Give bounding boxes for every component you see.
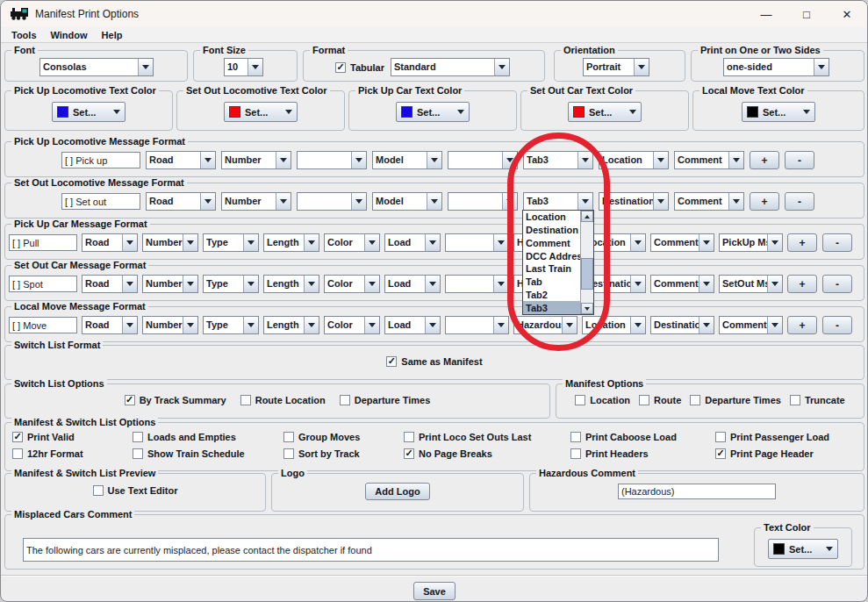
combo-blank[interactable] <box>445 275 509 293</box>
add-field-button[interactable]: + <box>787 316 817 334</box>
combo-location[interactable]: Location <box>582 316 646 334</box>
setout-loco-color-combo[interactable]: Set... <box>224 102 298 122</box>
checkbox-no-page-breaks[interactable]: No Page Breaks <box>404 448 570 459</box>
menu-help[interactable]: Help <box>96 30 131 40</box>
maximize-button[interactable]: □ <box>786 1 827 27</box>
font-combo[interactable]: Consolas <box>39 58 154 76</box>
checkbox-loads-and-empties[interactable]: Loads and Empties <box>133 432 283 442</box>
dropdown-option-destination[interactable]: Destination <box>523 224 580 237</box>
remove-field-button[interactable]: - <box>785 192 814 211</box>
combo-length[interactable]: Length <box>263 316 319 334</box>
combo-load[interactable]: Load <box>384 275 441 293</box>
combo-setout-msg[interactable]: SetOut Msg <box>719 275 783 293</box>
combo-number[interactable]: Number <box>221 192 291 211</box>
pickup-loco-color-combo[interactable]: Set... <box>52 102 126 122</box>
combo-destination[interactable]: Destination <box>599 192 669 211</box>
checkbox-sort-by-track[interactable]: Sort by Track <box>283 448 404 459</box>
scroll-up-icon[interactable] <box>581 211 593 222</box>
combo-road[interactable]: Road <box>146 151 216 169</box>
combo-comment[interactable]: Comment <box>650 275 714 293</box>
combo-road[interactable]: Road <box>146 192 216 211</box>
print-sides-combo[interactable]: one-sided <box>723 58 829 76</box>
orientation-combo[interactable]: Portrait <box>583 58 649 76</box>
dropdown-option-tab3[interactable]: Tab3 <box>523 301 580 314</box>
combo-blank[interactable] <box>297 151 367 169</box>
combo-type[interactable]: Type <box>203 275 259 293</box>
checkbox-route[interactable]: Route <box>639 395 681 405</box>
dropdown-option-tab2[interactable]: Tab2 <box>523 289 580 302</box>
combo-number[interactable]: Number <box>142 275 198 293</box>
checkbox-truncate[interactable]: Truncate <box>790 395 845 405</box>
checkbox-location[interactable]: Location <box>575 395 630 405</box>
combo-comment[interactable]: Comment <box>650 233 714 252</box>
checkbox-tabular[interactable]: Tabular <box>335 62 384 73</box>
message-prefix-field[interactable] <box>9 234 77 251</box>
add-logo-button[interactable]: Add Logo <box>365 483 429 500</box>
combo-length[interactable]: Length <box>263 275 319 293</box>
dropdown-option-last-train[interactable]: Last Train <box>523 262 580 276</box>
combo-comment[interactable]: Comment <box>719 316 783 334</box>
combo-destination[interactable]: Destination <box>650 316 714 334</box>
combo-location[interactable]: Location <box>599 151 669 169</box>
combo-color[interactable]: Color <box>324 316 380 334</box>
combo-comment[interactable]: Comment <box>674 192 744 211</box>
minimize-button[interactable]: — <box>746 1 786 27</box>
font-size-combo[interactable]: 10 <box>224 58 263 76</box>
message-prefix-field[interactable] <box>61 152 140 168</box>
combo-road[interactable]: Road <box>82 233 138 252</box>
close-button[interactable]: ✕ <box>827 1 867 27</box>
checkbox-departure-times[interactable]: Departure Times <box>690 395 781 405</box>
checkbox-print-passenger-load[interactable]: Print Passenger Load <box>715 432 864 442</box>
combo-color[interactable]: Color <box>324 275 380 293</box>
checkbox-print-valid[interactable]: Print Valid <box>12 432 133 442</box>
misplaced-cars-comment-field[interactable] <box>23 538 719 562</box>
message-prefix-field[interactable] <box>9 317 77 333</box>
combo-load[interactable]: Load <box>384 233 441 252</box>
remove-field-button[interactable]: - <box>785 151 814 169</box>
pickup-car-color-combo[interactable]: Set... <box>396 102 470 122</box>
combo-blank[interactable] <box>445 233 509 252</box>
setout-car-color-combo[interactable]: Set... <box>568 102 642 122</box>
checkbox-show-train-schedule[interactable]: Show Train Schedule <box>133 448 283 459</box>
checkbox-same-as-manifest[interactable]: Same as Manifest <box>386 356 482 367</box>
checkbox-departure-times[interactable]: Departure Times <box>340 395 431 405</box>
dropdown-option-tab[interactable]: Tab <box>523 276 580 289</box>
add-field-button[interactable]: + <box>750 192 779 211</box>
dropdown-scrollbar[interactable] <box>580 211 593 314</box>
checkbox-12hr-format[interactable]: 12hr Format <box>12 448 133 459</box>
combo-type[interactable]: Type <box>203 233 259 252</box>
format-standard-combo[interactable]: Standard <box>391 58 510 76</box>
misplaced-text-color-combo[interactable]: Set... <box>768 539 838 559</box>
combo-pickup-msg[interactable]: PickUp Msg <box>719 233 783 252</box>
combo-blank[interactable] <box>297 192 367 211</box>
combo-type[interactable]: Type <box>203 316 259 334</box>
checkbox-print-loco-set-outs-last[interactable]: Print Loco Set Outs Last <box>404 432 570 442</box>
dropdown-option-location[interactable]: Location <box>523 211 580 224</box>
dropdown-option-dcc-address[interactable]: DCC Address <box>523 249 580 262</box>
checkbox-print-headers[interactable]: Print Headers <box>570 448 715 459</box>
checkbox-use-text-editor[interactable]: Use Text Editor <box>93 485 178 496</box>
combo-number[interactable]: Number <box>142 233 198 252</box>
combo-model[interactable]: Model <box>372 151 442 169</box>
local-move-color-combo[interactable]: Set... <box>742 102 815 122</box>
remove-field-button[interactable]: - <box>822 233 852 252</box>
scrollbar-thumb[interactable] <box>581 258 593 290</box>
combo-model[interactable]: Model <box>372 192 442 211</box>
dropdown-option-comment[interactable]: Comment <box>523 237 580 250</box>
menu-tools[interactable]: Tools <box>5 30 45 40</box>
combo-number[interactable]: Number <box>142 316 198 334</box>
remove-field-button[interactable]: - <box>822 275 852 293</box>
add-field-button[interactable]: + <box>787 233 817 252</box>
menu-window[interactable]: Window <box>45 30 96 40</box>
combo-blank[interactable] <box>445 316 509 334</box>
combo-blank[interactable] <box>448 151 518 169</box>
add-field-button[interactable]: + <box>787 275 817 293</box>
combo-blank[interactable] <box>448 192 518 211</box>
save-button[interactable]: Save <box>413 582 456 600</box>
combo-tab3[interactable]: Tab3 <box>523 151 593 169</box>
combo-length[interactable]: Length <box>263 233 319 252</box>
combo-color[interactable]: Color <box>324 233 380 252</box>
message-prefix-field[interactable] <box>9 276 77 292</box>
message-prefix-field[interactable] <box>61 193 140 210</box>
combo-number[interactable]: Number <box>221 151 291 169</box>
